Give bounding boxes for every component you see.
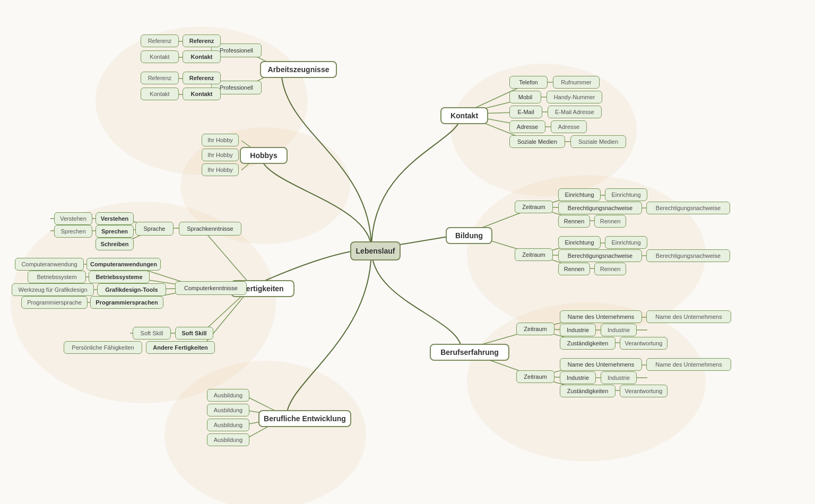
computerkenntnisse-node: Computerkenntnisse	[175, 281, 247, 295]
zeitraum-bildung-1: Zeitraum	[515, 201, 553, 213]
berechtigung-b2: Berechtigungsnachweise	[558, 249, 642, 262]
zeitraum-bildung-2: Zeitraum	[515, 248, 553, 261]
sprachkenntnisse-node: Sprachkenntnisse	[179, 222, 241, 236]
center-node: Lebenslauf	[350, 241, 401, 260]
name-unternehmen-b2-leaf: Name des Unternehmens	[646, 358, 731, 371]
name-unternehmen-b2: Name des Unternehmens	[560, 358, 642, 371]
rennen-b2: Rennen	[558, 263, 590, 275]
ausbildung-4: Ausbildung	[207, 433, 249, 446]
einrichtung-b2-leaf: Einrichtung	[605, 236, 647, 249]
softskill-pre: Soft Skill	[133, 327, 171, 340]
andere-fertigkeiten-bold: Andere Fertigkeiten	[146, 341, 215, 354]
hobby-3: Ihr Hobby	[202, 163, 239, 176]
zeitraum-berufs-1: Zeitraum	[516, 323, 554, 335]
rennen-b1-leaf: Rennen	[594, 215, 626, 228]
einrichtung-b1: Einrichtung	[558, 188, 601, 201]
referenz-bold-2: Referenz	[183, 72, 221, 84]
betriebssysteme-bold: Betriebssysteme	[89, 271, 150, 283]
betriebssystem-leaf: Betriebssystem	[28, 271, 86, 283]
kontakt-bold-1: Kontakt	[183, 50, 221, 63]
rennen-b1: Rennen	[558, 215, 590, 228]
ausbildung-3: Ausbildung	[207, 419, 249, 431]
soziale-medien-node: Soziale Medien	[509, 135, 565, 148]
programmiersprache-leaf: Programmiersprache	[21, 296, 88, 309]
rennen-b2-leaf: Rennen	[594, 263, 626, 275]
telefon-node: Telefon	[509, 76, 548, 89]
referenz-leaf-2: Referenz	[141, 72, 179, 84]
verantwortung-b1-leaf: Verantwortung	[620, 337, 667, 350]
verstehen-bold: Verstehen	[96, 212, 134, 225]
sprache-node: Sprache	[135, 222, 174, 236]
kontakt-bold-2: Kontakt	[183, 88, 221, 100]
bg-blob-4	[164, 361, 366, 504]
industrie-b1: Industrie	[560, 324, 596, 336]
softskill-bold: Soft Skill	[175, 327, 213, 340]
handynummer-node: Handy-Nummer	[547, 91, 602, 103]
email-adresse-node: E-Mail Adresse	[548, 106, 602, 118]
verstehen-leaf: Verstehen	[54, 212, 92, 225]
hobby-2: Ihr Hobby	[202, 149, 239, 161]
zustaendigkeit-b2: Zuständigkeiten	[560, 385, 615, 397]
adresse-leaf: Adresse	[551, 120, 587, 133]
ausbildung-2: Ausbildung	[207, 404, 249, 416]
programmiersprachen-bold: Programmiersprachen	[90, 296, 163, 309]
einrichtung-b1-leaf: Einrichtung	[605, 188, 647, 201]
berufserfahrung-node: Berufserfahrung	[430, 344, 509, 361]
arbeitszeugnisse-node: Arbeitszeugnisse	[260, 61, 337, 78]
kontakt-node: Kontakt	[440, 107, 488, 124]
berechtigung-b2-leaf: Berechtigungsnachweise	[646, 249, 730, 262]
name-unternehmen-b1-leaf: Name des Unternehmens	[646, 310, 731, 323]
hobbys-node: Hobbys	[240, 147, 288, 164]
mindmap-canvas: Lebenslauf Arbeitszeugnisse Professionel…	[0, 0, 815, 504]
verantwortung-b2-leaf: Verantwortung	[620, 385, 667, 397]
industrie-b2-leaf: Industrie	[601, 371, 637, 384]
bildung-node: Bildung	[446, 227, 492, 244]
computeranwendungen-bold: Computeranwendungen	[86, 258, 161, 271]
schreiben-bold: Schreiben	[96, 238, 134, 250]
zustaendigkeit-b1: Zuständigkeiten	[560, 337, 615, 350]
sprechen-bold: Sprechen	[96, 225, 134, 238]
soziale-medien-leaf: Soziale Medien	[570, 135, 626, 148]
zeitraum-berufs-2: Zeitraum	[516, 370, 554, 383]
berechtigung-b1: Berechtigungsnachweise	[558, 202, 642, 214]
rufnummer-node: Rufnummer	[553, 76, 600, 89]
ausbildung-1: Ausbildung	[207, 389, 249, 402]
grafikdesign-bold: Grafikdesign-Tools	[97, 283, 166, 296]
werkzeug-leaf: Werkzeug für Grafikdesign	[12, 283, 94, 296]
email-node: E-Mail	[509, 106, 542, 118]
einrichtung-b2: Einrichtung	[558, 236, 601, 249]
referenz-leaf-1: Referenz	[141, 34, 179, 47]
computeranwendung-leaf: Computeranwendung	[15, 258, 84, 271]
adresse-node: Adresse	[509, 120, 545, 133]
kontakt-leaf-2: Kontakt	[141, 88, 179, 100]
industrie-b2: Industrie	[560, 371, 596, 384]
berufliche-entwicklung-node: Berufliche Entwicklung	[258, 410, 351, 427]
mobil-node: Mobil	[509, 91, 541, 103]
kontakt-leaf-1: Kontakt	[141, 50, 179, 63]
name-unternehmen-b1: Name des Unternehmens	[560, 310, 642, 323]
berechtigung-b1-leaf: Berechtigungsnachweise	[646, 202, 730, 214]
referenz-bold-1: Referenz	[183, 34, 221, 47]
persoenliche-leaf: Persönliche Fähigkeiten	[64, 341, 142, 354]
sprechen-leaf: Sprechen	[54, 225, 92, 238]
hobby-1: Ihr Hobby	[202, 134, 239, 146]
industrie-b1-leaf: Industrie	[601, 324, 637, 336]
